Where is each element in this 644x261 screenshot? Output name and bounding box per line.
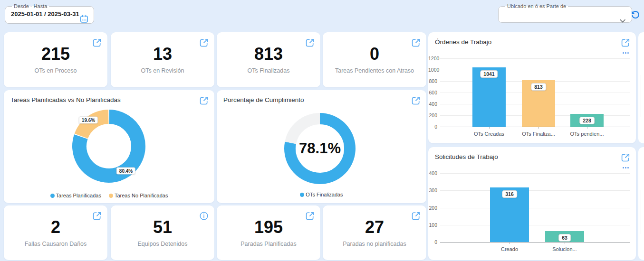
donut-chart-tareas [4,90,214,203]
kpi-label: Tareas Pendientes con Atraso [335,67,414,74]
legend-label: Tareas No Planificadas [115,193,168,198]
location-filter-value[interactable] [502,9,628,21]
open-external-icon[interactable] [305,211,315,221]
open-external-icon[interactable] [305,38,315,47]
x-axis-category-label: OTs pendien... [570,131,604,137]
open-external-icon[interactable] [92,211,102,221]
x-axis-category-label: OTs Finaliza... [522,131,555,137]
date-range-field[interactable]: Desde - Hasta 2025-01-01 / 2025-03-31 [5,4,94,24]
x-axis-line [440,242,630,242]
gridline [440,70,630,70]
kpi-label: Paradas no planificadas [343,241,406,247]
open-external-icon[interactable] [411,211,421,221]
x-axis-tick [489,127,490,129]
y-axis-tick-label: 1200 [428,56,437,61]
x-axis-tick [538,127,539,129]
y-axis-tick-label: 0 [428,124,437,130]
open-external-icon[interactable] [411,38,421,47]
legend-item-tareas-planificadas[interactable]: Tareas Planificadas [50,193,101,198]
legend-label: Tareas Planificadas [56,193,101,198]
gridline [440,225,630,225]
refresh-icon [630,15,641,22]
gridline [440,208,630,208]
bar-value-label: 316 [502,190,517,198]
legend-label: OTs Finalizadas [306,192,343,197]
slice-label: 80.4% [116,168,135,175]
info-icon[interactable] [199,211,209,221]
x-axis-tick [587,127,587,129]
donut-slice[interactable] [290,119,320,143]
refresh-button[interactable] [630,9,641,20]
legend-item-ots-finalizadas[interactable]: OTs Finalizadas [300,192,343,197]
open-external-icon[interactable] [92,38,102,47]
calendar-icon[interactable] [79,14,89,24]
date-range-label: Desde - Hasta [12,4,49,9]
x-axis-category-label: OTs Creadas [474,131,504,137]
gridline [440,58,630,59]
kpi-value: 13 [153,46,172,63]
chart-card-ordenes-de-trabajo: Órdenes de Trabajo 020040060080010001200… [428,32,636,143]
bar-chart-solicitudes: 0100200300400316Creado63Solucion... [428,147,636,260]
legend-dot [300,193,304,197]
y-axis-tick-label: 600 [428,90,437,95]
legend-dot [50,194,55,198]
bar-value-label: 63 [558,234,571,242]
kpi-label: Fallas Causaron Daños [25,241,87,247]
partial-card-edge [638,147,644,260]
kpi-value: 195 [254,219,283,236]
kpi-value: 215 [41,46,70,63]
date-range-value[interactable]: 2025-01-01 / 2025-03-31 [9,9,90,21]
x-axis-tick [565,242,565,244]
chart-card-tareas-planificadas: Tareas Planificadas vs No Planificadas 8… [4,90,214,203]
kpi-label: Paradas Planificadas [240,241,296,247]
kpi-label: OTs en Revisión [141,67,184,74]
kpi-label: OTs en Proceso [35,67,77,74]
chevron-down-icon[interactable] [619,17,626,21]
bar-value-label: 228 [579,117,595,124]
kpi-value: 0 [370,46,379,63]
chart-card-solicitudes-de-trabajo: Solicitudes de Trabajo 0100200300400316C… [428,147,636,260]
y-axis-tick-label: 0 [428,239,437,245]
x-axis-line [440,127,630,127]
bar-chart-ordenes: 0200400600800100012001041OTs Creadas813O… [428,32,636,143]
y-axis-tick-label: 400 [428,101,437,107]
y-axis-tick-label: 200 [428,112,437,118]
chart-card-porcentaje-cumplimiento: Porcentaje de Cumplimiento 78.1% OTs Fin… [217,90,426,203]
x-axis-category-label: Solucion... [552,246,577,252]
chart-legend: OTs Finalizadas [217,192,426,197]
kpi-value: 27 [365,219,384,236]
gridline [440,173,630,174]
y-axis-tick-label: 400 [428,170,437,176]
chart-legend: Tareas Planificadas Tareas No Planificad… [4,193,214,198]
kpi-value: 2 [51,219,60,236]
kpi-card-ots-finalizadas: 813 OTs Finalizadas [217,32,320,87]
location-filter-label: Ubicado en ó es Parte de [505,4,568,9]
kpi-card-paradas-planificadas: 195 Paradas Planificadas [217,205,320,260]
kpi-card-ots-en-revision: 13 OTs en Revisión [111,32,214,87]
kpi-card-fallas-causaron-danos: 2 Fallas Causaron Daños [4,205,107,260]
kpi-label: OTs Finalizadas [248,67,290,74]
y-axis-tick-label: 1000 [428,67,437,73]
kpi-value: 51 [153,219,172,236]
y-axis-tick-label: 800 [428,78,437,84]
dashboard-page: Desde - Hasta 2025-01-01 / 2025-03-31 Ub… [0,0,644,261]
kpi-card-paradas-no-planificadas: 27 Paradas no planificadas [323,205,426,260]
kpi-value: 813 [254,46,283,63]
legend-dot [109,194,113,198]
bar-value-label: 1041 [480,70,498,78]
kpi-card-tareas-pendientes-atraso: 0 Tareas Pendientes con Atraso [323,32,426,87]
kpi-label: Equipos Detenidos [138,241,188,247]
location-filter-field[interactable]: Ubicado en ó es Parte de [498,4,632,23]
gridline [440,190,630,191]
x-axis-category-label: Creado [501,246,518,252]
y-axis-tick-label: 300 [428,187,437,193]
x-axis-tick [509,242,510,244]
y-axis-tick-label: 200 [428,205,437,211]
y-axis-tick-label: 100 [428,222,437,228]
kpi-card-ots-en-proceso: 215 OTs en Proceso [4,32,107,87]
partial-card-edge [638,32,644,143]
open-external-icon[interactable] [199,38,209,47]
legend-item-tareas-no-planificadas[interactable]: Tareas No Planificadas [109,193,168,198]
kpi-card-equipos-detenidos: 51 Equipos Detenidos [111,205,214,260]
gauge-center-value: 78.1% [299,140,341,157]
